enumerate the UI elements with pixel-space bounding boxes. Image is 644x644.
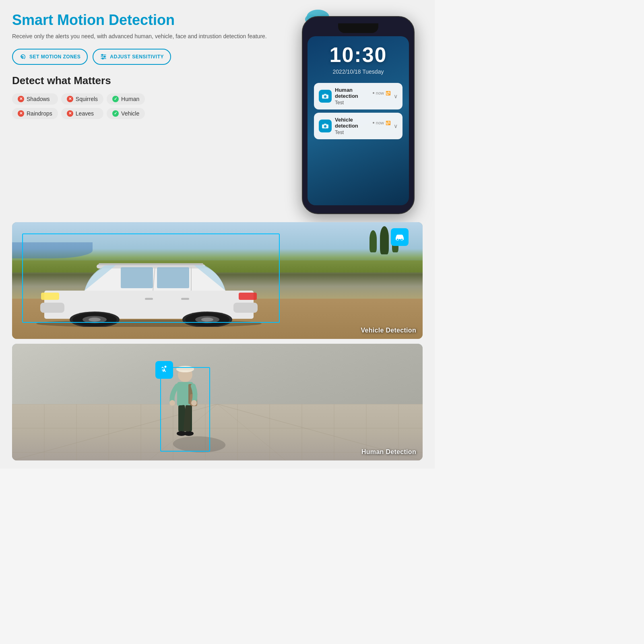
notif-human-message: Test [335, 100, 390, 105]
tree-1 [369, 230, 377, 252]
svg-point-46 [401, 239, 403, 241]
vehicle-detection-label: Vehicle Detection [361, 327, 416, 334]
human-icon-badge [155, 361, 173, 379]
tag-human: ✓ Human [107, 93, 145, 105]
subtitle: Receive only the alerts you need, with a… [12, 32, 282, 41]
svg-point-5 [104, 56, 105, 57]
phone-wrapper: 10:30 2022/10/18 Tuesday [302, 16, 415, 214]
svg-point-67 [165, 366, 167, 368]
svg-point-18 [324, 95, 326, 98]
human-detection-label: Human Detection [361, 448, 416, 456]
svg-rect-44 [99, 263, 203, 265]
svg-point-4 [102, 54, 103, 56]
set-motion-zones-button[interactable]: SET MOTION ZONES [12, 49, 88, 65]
refresh-icon-1: 🔁 [386, 91, 390, 95]
svg-rect-30 [40, 303, 64, 313]
check-icon-human: ✓ [112, 96, 119, 102]
left-panel: Smart Motion Detection Receive only the … [12, 12, 286, 214]
tag-label-raindrops: Raindrops [27, 110, 52, 117]
vehicle-detection-card: Vehicle Detection [12, 222, 423, 339]
notif-human-content: Human detection now 🔁 Test [335, 87, 390, 105]
svg-rect-22 [324, 124, 326, 125]
chevron-down-icon-2[interactable]: ∨ [394, 123, 398, 129]
camera-icon-vehicle [319, 120, 332, 132]
camera-icon-human [319, 90, 332, 103]
notif-vehicle-message: Test [335, 130, 390, 135]
fingerprint-icon [19, 53, 27, 60]
phone-screen: 10:30 2022/10/18 Tuesday [308, 36, 409, 205]
phone-time: 10:30 [314, 43, 402, 67]
svg-rect-32 [41, 293, 59, 300]
svg-point-60 [191, 400, 197, 406]
svg-rect-55 [176, 368, 194, 370]
phone-frame: 10:30 2022/10/18 Tuesday [302, 16, 415, 214]
tag-squirrels: ✕ Squirrels [61, 93, 103, 105]
svg-rect-31 [233, 303, 258, 313]
x-icon-squirrels: ✕ [67, 96, 73, 102]
refresh-icon-2: 🔁 [386, 121, 390, 125]
notif-vehicle-time: now [376, 120, 384, 125]
svg-point-41 [201, 318, 213, 322]
svg-point-6 [102, 58, 103, 59]
car-svg [24, 254, 274, 327]
svg-point-59 [169, 400, 175, 406]
notif-human-time: now [376, 91, 384, 95]
svg-rect-42 [145, 298, 153, 300]
tag-label-leaves: Leaves [76, 110, 94, 117]
svg-rect-27 [157, 267, 189, 288]
x-icon-leaves: ✕ [67, 110, 73, 117]
tag-label-shadows: Shadows [27, 96, 50, 102]
svg-rect-43 [181, 298, 189, 300]
adjust-sensitivity-button[interactable]: ADJUST SENSITIVITY [93, 49, 171, 65]
svg-rect-33 [239, 293, 257, 300]
x-icon-raindrops: ✕ [18, 110, 24, 117]
notification-human[interactable]: Human detection now 🔁 Test ∨ [314, 83, 402, 109]
notification-vehicle[interactable]: Vehicle detection now 🔁 Test ∨ [314, 113, 402, 139]
check-icon-vehicle: ✓ [112, 110, 119, 117]
top-section: Smart Motion Detection Receive only the … [12, 12, 423, 214]
tag-vehicle: ✓ Vehicle [107, 108, 145, 119]
human-detection-card: Human Detection [12, 344, 423, 460]
car-wrapper [24, 254, 274, 327]
svg-rect-19 [324, 94, 326, 95]
notif-vehicle-content: Vehicle detection now 🔁 Test [335, 117, 390, 135]
notif-human-title-row: Human detection now 🔁 [335, 87, 390, 99]
chevron-down-icon-1[interactable]: ∨ [394, 93, 398, 99]
svg-rect-26 [121, 267, 153, 288]
x-icon-shadows: ✕ [18, 96, 24, 102]
notif-dot-2 [373, 122, 374, 124]
page-wrapper: Smart Motion Detection Receive only the … [0, 0, 435, 469]
tag-label-human: Human [121, 96, 139, 102]
main-title: Smart Motion Detection [12, 12, 282, 28]
phone-notch [338, 23, 378, 33]
phone-date: 2022/10/18 Tuesday [314, 68, 402, 75]
sliders-icon [100, 53, 107, 60]
svg-point-37 [89, 318, 101, 322]
notif-human-title: Human detection [335, 87, 371, 99]
tag-label-squirrels: Squirrels [76, 96, 98, 102]
svg-point-21 [324, 125, 326, 128]
tag-shadows: ✕ Shadows [12, 93, 58, 105]
notif-dot-1 [373, 92, 374, 94]
adjust-sensitivity-label: ADJUST SENSITIVITY [110, 54, 164, 60]
buttons-row: SET MOTION ZONES ADJUST SENSITIVIT [12, 49, 282, 65]
tree-2 [380, 226, 389, 254]
detection-images: Vehicle Detection [12, 222, 423, 460]
notif-vehicle-title: Vehicle detection [335, 117, 371, 129]
vehicle-icon-badge [391, 228, 409, 246]
tag-raindrops: ✕ Raindrops [12, 108, 58, 119]
tags-grid: ✕ Shadows ✕ Squirrels ✓ Human ✕ Raindrop… [12, 93, 282, 119]
set-motion-zones-label: SET MOTION ZONES [29, 54, 80, 60]
detect-heading: Detect what Matters [12, 74, 282, 87]
svg-point-45 [396, 239, 398, 241]
right-panel: 10:30 2022/10/18 Tuesday [294, 12, 423, 214]
notif-vehicle-title-row: Vehicle detection now 🔁 [335, 117, 390, 129]
svg-point-64 [184, 431, 194, 436]
tag-leaves: ✕ Leaves [61, 108, 103, 119]
tag-label-vehicle: Vehicle [121, 110, 139, 117]
